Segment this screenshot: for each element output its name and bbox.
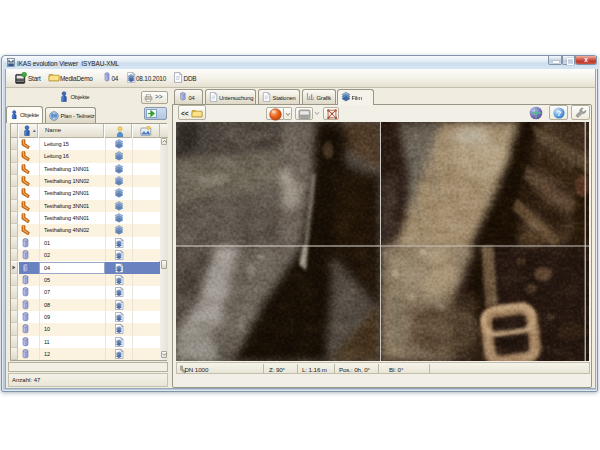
- svg-text:?: ?: [557, 109, 562, 118]
